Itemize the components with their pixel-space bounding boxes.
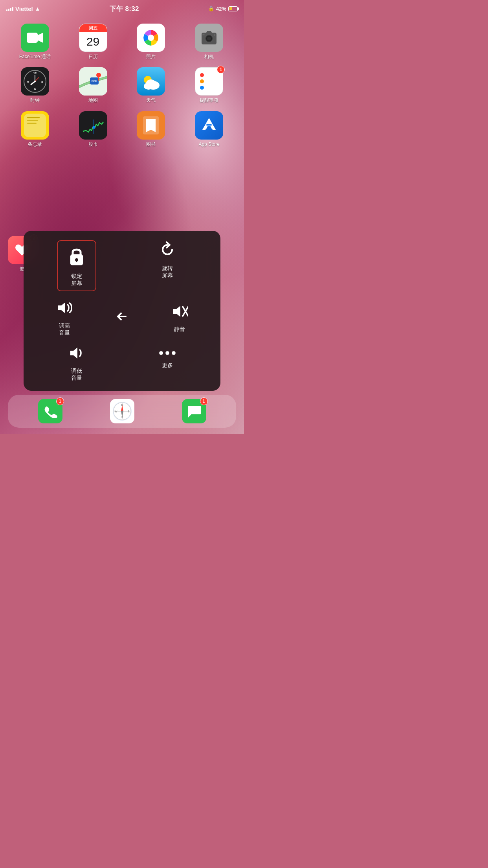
rotate-icon — [158, 240, 177, 261]
svg-point-7 — [214, 34, 215, 36]
popup-lock-screen[interactable]: 锁定 屏幕 — [57, 240, 96, 291]
svg-point-25 — [146, 79, 156, 86]
app-books[interactable]: 图书 — [124, 111, 178, 147]
signal-bar-1 — [6, 9, 7, 11]
app-reminders[interactable]: 1 提醒事项 — [182, 67, 236, 103]
maps-label: 地图 — [88, 97, 98, 103]
app-stocks[interactable]: 股市 — [66, 111, 120, 147]
weather-label: 天气 — [146, 97, 156, 103]
calendar-date: 29 — [86, 32, 99, 51]
facetime-icon — [21, 24, 49, 52]
volume-down-label: 调低 音量 — [71, 367, 82, 381]
svg-text:W: W — [114, 410, 117, 413]
calendar-label: 日历 — [88, 54, 98, 59]
svg-marker-1 — [38, 33, 43, 43]
svg-text:12: 12 — [33, 72, 37, 75]
svg-point-21 — [96, 73, 101, 77]
popup-middle-row: 调高 音量 静音 — [31, 299, 213, 336]
app-camera[interactable]: 相机 — [182, 24, 236, 59]
volume-up-label: 调高 音量 — [59, 322, 70, 336]
battery-percent: 42% — [216, 6, 226, 12]
svg-text:3: 3 — [41, 80, 43, 84]
svg-rect-0 — [27, 33, 38, 43]
svg-text:9: 9 — [27, 80, 29, 84]
svg-rect-8 — [202, 34, 205, 35]
svg-point-28 — [92, 126, 95, 129]
lock-icon — [67, 245, 86, 269]
signal-bar-2 — [8, 9, 9, 11]
app-clock[interactable]: 12 3 6 9 时钟 — [8, 67, 62, 103]
wifi-icon: ▲ — [35, 6, 40, 12]
popup-mute[interactable]: 静音 — [164, 303, 195, 333]
calendar-icon: 周五 29 — [79, 24, 107, 52]
reminders-label: 提醒事项 — [200, 97, 218, 103]
status-bar: Viettel ▲ 下午 8:32 🔒 42% — [0, 0, 244, 17]
app-calendar[interactable]: 周五 29 日历 — [66, 24, 120, 59]
photos-icon — [137, 24, 165, 52]
more-icon — [158, 344, 177, 359]
dock: 1 N S W E — [8, 395, 236, 428]
app-appstore[interactable]: App Store — [182, 111, 236, 147]
svg-text:E: E — [127, 410, 129, 413]
battery-fill — [229, 7, 233, 10]
signal-bar-3 — [10, 8, 11, 11]
clock-label: 时钟 — [30, 97, 40, 103]
rotate-screen-label: 旋转 屏幕 — [162, 265, 173, 279]
dock-phone[interactable]: 1 — [38, 399, 62, 423]
notes-icon — [21, 111, 49, 140]
battery-icon — [228, 6, 238, 11]
popup-volume-up[interactable]: 调高 音量 — [49, 299, 80, 336]
volume-down-icon — [68, 344, 85, 364]
weather-icon — [137, 67, 165, 96]
app-grid: FaceTime 通话 周五 29 日历 — [0, 20, 244, 151]
phone-badge: 1 — [56, 397, 64, 405]
lock-screen-label: 锁定 屏幕 — [71, 272, 82, 287]
back-arrow-icon — [115, 311, 129, 325]
battery-container — [228, 6, 238, 11]
popup-top-row: 锁定 屏幕 旋转 屏幕 — [31, 240, 213, 291]
signal-bars-icon — [6, 6, 13, 11]
app-weather[interactable]: 天气 — [124, 67, 178, 103]
svg-text:280: 280 — [91, 79, 97, 83]
clock-icon: 12 3 6 9 — [21, 67, 49, 96]
more-label: 更多 — [162, 362, 173, 369]
mute-icon — [171, 303, 188, 322]
facetime-label: FaceTime 通话 — [19, 54, 51, 59]
safari-icon: N S W E — [110, 399, 134, 423]
app-notes[interactable]: 备忘录 — [8, 111, 62, 147]
camera-label: 相机 — [204, 54, 214, 59]
svg-point-37 — [159, 351, 163, 355]
photos-label: 照片 — [146, 54, 156, 59]
app-maps[interactable]: 280 地图 — [66, 67, 120, 103]
books-icon — [137, 111, 165, 140]
popup-bottom-row: 调低 音量 更多 — [31, 344, 213, 381]
stocks-label: 股市 — [88, 142, 98, 147]
popup-more[interactable]: 更多 — [148, 344, 187, 381]
svg-rect-31 — [206, 124, 212, 126]
stocks-icon — [79, 111, 107, 140]
dock-messages[interactable]: 1 — [182, 399, 206, 423]
books-label: 图书 — [146, 142, 156, 147]
status-time: 下午 8:32 — [110, 4, 139, 13]
svg-point-39 — [172, 351, 176, 355]
reminders-badge: 1 — [217, 66, 225, 74]
dock-safari[interactable]: N S W E — [110, 399, 134, 423]
svg-point-6 — [207, 37, 211, 40]
appstore-label: App Store — [198, 142, 219, 147]
carrier-label: Viettel — [15, 6, 33, 12]
lock-status-icon: 🔒 — [208, 6, 214, 11]
maps-icon: 280 — [79, 67, 107, 96]
popup-volume-down[interactable]: 调低 音量 — [57, 344, 96, 381]
svg-rect-26 — [81, 116, 105, 135]
svg-point-17 — [34, 81, 36, 82]
mute-label: 静音 — [174, 326, 185, 333]
app-photos[interactable]: 照片 — [124, 24, 178, 59]
volume-up-icon — [56, 299, 73, 319]
camera-icon — [195, 24, 223, 52]
messages-badge: 1 — [200, 397, 208, 405]
popup-rotate-screen[interactable]: 旋转 屏幕 — [148, 240, 187, 291]
app-facetime[interactable]: FaceTime 通话 — [8, 24, 62, 59]
signal-bar-4 — [12, 7, 13, 11]
status-right: 🔒 42% — [208, 6, 238, 12]
svg-point-3 — [148, 35, 154, 41]
